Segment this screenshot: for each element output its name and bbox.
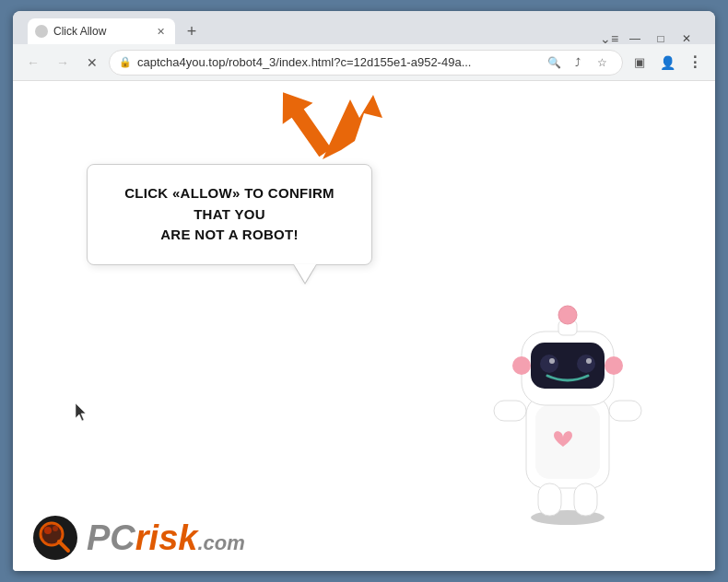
browser-tab[interactable]: Click Allow ✕ xyxy=(28,18,175,44)
pcrisk-text: PCrisk.com xyxy=(87,520,245,555)
lock-icon: 🔒 xyxy=(119,56,132,68)
share-icon-btn[interactable]: ⤴ xyxy=(567,52,589,74)
toolbar: ← → ✕ 🔒 captcha4you.top/robot4_3/index.h… xyxy=(13,44,715,81)
bubble-text: CLICK «ALLOW» TO CONFIRM THAT YOU ARE NO… xyxy=(110,183,349,246)
pcrisk-logo: PCrisk.com xyxy=(31,514,245,562)
reload-button[interactable]: ✕ xyxy=(79,50,105,76)
url-text: captcha4you.top/robot4_3/index.html?c=12… xyxy=(137,55,537,69)
bubble-line2: ARE NOT A ROBOT! xyxy=(160,227,299,242)
pc-text: PC xyxy=(87,518,135,557)
bookmark-icon-btn[interactable]: ☆ xyxy=(591,52,613,74)
svg-point-10 xyxy=(577,355,595,373)
pcrisk-icon xyxy=(31,514,79,562)
com-text: .com xyxy=(197,531,244,554)
svg-point-9 xyxy=(540,355,558,373)
svg-point-16 xyxy=(605,356,623,375)
address-bar[interactable]: 🔒 captcha4you.top/robot4_3/index.html?c=… xyxy=(109,50,623,76)
svg-marker-2 xyxy=(272,86,336,159)
profile-button[interactable]: 👤 xyxy=(654,50,680,76)
svg-marker-21 xyxy=(76,403,86,421)
bubble-line1: CLICK «ALLOW» TO CONFIRM THAT YOU xyxy=(124,185,335,222)
back-button[interactable]: ← xyxy=(20,50,46,76)
new-tab-button[interactable]: + xyxy=(179,18,205,44)
svg-rect-18 xyxy=(609,401,641,421)
svg-rect-17 xyxy=(494,401,526,421)
window-controls: ⌄≡ — □ ✕ xyxy=(597,29,699,48)
tab-close-button[interactable]: ✕ xyxy=(153,24,168,39)
svg-point-26 xyxy=(44,527,52,534)
menu-button[interactable]: ⋮ xyxy=(682,50,708,76)
svg-rect-20 xyxy=(574,483,597,516)
svg-point-27 xyxy=(53,526,58,531)
risk-text: risk xyxy=(135,518,198,557)
maximize-button[interactable]: □ xyxy=(649,29,673,48)
forward-button[interactable]: → xyxy=(50,50,76,76)
tab-favicon xyxy=(35,25,48,38)
mouse-cursor xyxy=(76,403,90,426)
close-button[interactable]: ✕ xyxy=(675,29,699,48)
extensions-button[interactable]: ▣ xyxy=(627,50,652,76)
arrow-svg xyxy=(272,86,336,159)
orange-arrow xyxy=(272,86,336,163)
toolbar-right: ▣ 👤 ⋮ xyxy=(627,50,708,76)
search-icon-btn[interactable]: 🔍 xyxy=(543,52,565,74)
browser-window: Click Allow ✕ + ⌄≡ — □ ✕ ← → ✕ 🔒 captcha… xyxy=(13,11,715,571)
speech-bubble: CLICK «ALLOW» TO CONFIRM THAT YOU ARE NO… xyxy=(87,164,372,265)
address-icons: 🔍 ⤴ ☆ xyxy=(543,52,613,74)
title-bar: Click Allow ✕ + ⌄≡ — □ ✕ xyxy=(13,11,715,44)
robot-illustration xyxy=(476,276,660,516)
svg-point-15 xyxy=(512,356,531,375)
svg-point-14 xyxy=(558,306,577,324)
minimize-button[interactable]: — xyxy=(623,29,647,48)
svg-point-11 xyxy=(549,358,555,364)
tab-title: Click Allow xyxy=(53,25,147,38)
robot-svg xyxy=(476,276,660,525)
settings-icon[interactable]: ⌄≡ xyxy=(597,29,621,48)
svg-rect-19 xyxy=(538,483,561,516)
page-content: CLICK «ALLOW» TO CONFIRM THAT YOU ARE NO… xyxy=(13,81,715,571)
svg-point-12 xyxy=(586,358,592,364)
